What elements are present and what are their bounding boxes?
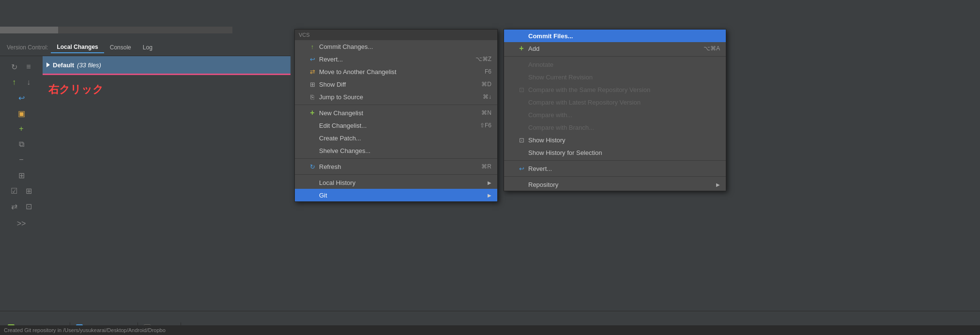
new-changelist-icon: + — [308, 109, 316, 117]
move-icon[interactable]: ⇄ — [7, 199, 21, 213]
menu-item-shelve-changes-label: Shelve Changes... — [319, 147, 370, 154]
repository-icon — [518, 181, 525, 188]
menu-item-repository-label: Repository — [528, 181, 558, 188]
menu-vcs-label: VCS — [299, 32, 310, 38]
tab-console[interactable]: Console — [104, 42, 137, 53]
commit-changes-icon: ↑ — [308, 43, 316, 50]
menu-item-annotate-label: Annotate — [528, 61, 553, 68]
menu-item-create-patch[interactable]: Create Patch... — [295, 132, 497, 144]
compare-latest-icon — [518, 98, 525, 106]
menu-item-show-diff-label: Show Diff — [319, 81, 346, 88]
menu-item-revert[interactable]: ↩ Revert... ⌥⌘Z — [295, 53, 497, 65]
git-separator-2 — [504, 160, 726, 161]
menu-item-commit-changes[interactable]: ↑ Commit Changes... — [295, 40, 497, 53]
repository-arrow-icon: ▶ — [716, 182, 720, 187]
tab-local-changes[interactable]: Local Changes — [51, 42, 104, 53]
menu-item-add[interactable]: + Add ⌥⌘A — [504, 42, 726, 55]
menu-item-compare-latest: Compare with Latest Repository Version — [504, 96, 726, 108]
menu-item-commit-files[interactable]: Commit Files... — [504, 30, 726, 42]
menu-item-show-history[interactable]: ⊡ Show History — [504, 134, 726, 146]
separator-3 — [295, 174, 497, 175]
more-icon[interactable]: >> — [15, 217, 28, 230]
context-menu-vcs: VCS ↑ Commit Changes... ↩ Revert... ⌥⌘Z … — [294, 29, 498, 202]
menu-item-git-revert[interactable]: ↩ Revert... — [504, 162, 726, 175]
menu-item-local-history-label: Local History — [319, 179, 355, 186]
changelist-name: Default — [53, 61, 74, 69]
git-menu-icon — [308, 191, 316, 199]
shelve-icon[interactable]: ▣ — [15, 107, 28, 120]
menu-item-refresh-label: Refresh — [319, 163, 341, 170]
scrollbar-thumb[interactable] — [0, 27, 58, 33]
menu-item-git-label: Git — [319, 192, 327, 199]
menu-item-compare-with: Compare with... — [504, 108, 726, 121]
menu-item-annotate: Annotate — [504, 58, 726, 71]
git-separator-3 — [504, 176, 726, 177]
menu-item-git-revert-label: Revert... — [528, 165, 552, 172]
copy-icon[interactable]: ⧉ — [15, 137, 28, 151]
shelve-changes-icon — [308, 147, 316, 154]
tab-log[interactable]: Log — [137, 42, 158, 53]
menu-item-new-changelist-shortcut: ⌘N — [481, 109, 491, 116]
menu-item-show-history-selection[interactable]: Show History for Selection — [504, 146, 726, 159]
show-history-selection-icon — [518, 149, 525, 156]
menu-item-revert-shortcut: ⌥⌘Z — [475, 56, 491, 62]
pink-divider — [43, 74, 291, 75]
menu-item-refresh-shortcut: ⌘R — [481, 163, 491, 170]
diff-icon[interactable]: ⊞ — [15, 168, 28, 182]
menu-item-create-patch-label: Create Patch... — [319, 135, 361, 142]
menu-item-edit-changelist[interactable]: Edit Changelist... ⇧F6 — [295, 119, 497, 132]
vcs-down-icon[interactable]: ↓ — [22, 76, 35, 89]
compare-with-icon — [518, 111, 525, 119]
menu-item-new-changelist-label: New Changelist — [319, 109, 363, 117]
menu-item-jump-source[interactable]: ⎘ Jump to Source ⌘↓ — [295, 91, 497, 103]
group-icon[interactable]: ≡ — [22, 60, 35, 74]
changelist-count: (33 files) — [77, 61, 101, 69]
show-diff-icon: ⊞ — [308, 80, 316, 88]
menu-item-refresh[interactable]: ↻ Refresh ⌘R — [295, 160, 497, 173]
status-text: Created Git repository in /Users/yusukea… — [4, 327, 166, 333]
add-menu-icon: + — [518, 45, 525, 52]
commit-files-icon — [518, 32, 525, 40]
add-icon[interactable]: + — [15, 122, 28, 136]
show-current-revision-icon — [518, 73, 525, 81]
menu-item-git[interactable]: Git ▶ — [295, 189, 497, 201]
git-revert-icon: ↩ — [518, 165, 525, 172]
check-icon[interactable]: ☑ — [7, 184, 21, 198]
compare-branch-icon — [518, 123, 525, 131]
menu-item-shelve-changes[interactable]: Shelve Changes... — [295, 144, 497, 157]
jump-source-icon: ⎘ — [308, 93, 316, 101]
menu-item-local-history[interactable]: Local History ▶ — [295, 176, 497, 189]
menu-item-compare-same-repo-label: Compare with the Same Repository Version — [528, 86, 650, 93]
menu-item-new-changelist[interactable]: + New Changelist ⌘N — [295, 107, 497, 119]
vcs-up-icon[interactable]: ↑ — [7, 76, 21, 89]
show-history-icon: ⊡ — [518, 136, 525, 144]
menu-item-commit-changes-label: Commit Changes... — [319, 43, 373, 50]
expand-icon[interactable]: ⊞ — [22, 184, 35, 198]
changelist-header[interactable]: Default (33 files) — [43, 56, 291, 74]
annotate-icon — [518, 61, 525, 68]
menu-item-show-current-revision: Show Current Revision — [504, 71, 726, 83]
settings-icon[interactable]: ⊡ — [22, 199, 35, 213]
separator-1 — [295, 105, 497, 105]
menu-item-compare-latest-label: Compare with Latest Repository Version — [528, 99, 641, 106]
menu-item-edit-changelist-label: Edit Changelist... — [319, 122, 367, 129]
compare-same-repo-icon: ⊡ — [518, 86, 525, 93]
menu-item-revert-label: Revert... — [319, 56, 343, 63]
refresh-icon[interactable]: ↻ — [7, 60, 21, 74]
menu-item-show-current-revision-label: Show Current Revision — [528, 74, 593, 81]
menu-item-jump-source-shortcut: ⌘↓ — [483, 93, 491, 100]
menu-item-show-diff[interactable]: ⊞ Show Diff ⌘D — [295, 78, 497, 91]
status-text-bar: Created Git repository in /Users/yusukea… — [0, 325, 980, 335]
menu-item-move-changelist[interactable]: ⇄ Move to Another Changelist F6 — [295, 65, 497, 78]
minus-icon[interactable]: − — [15, 153, 28, 167]
menu-item-repository[interactable]: Repository ▶ — [504, 178, 726, 191]
git-arrow-icon: ▶ — [488, 193, 491, 198]
undo-icon[interactable]: ↩ — [15, 91, 28, 105]
menu-vcs-header: VCS — [295, 30, 497, 40]
scrollbar-top[interactable] — [0, 27, 232, 33]
git-separator-1 — [504, 56, 726, 57]
left-toolbar: ↻ ≡ ↑ ↓ ↩ ▣ + ⧉ − ⊞ ☑ ⊞ ⇄ ⊡ >> — [0, 56, 43, 230]
menu-item-edit-changelist-shortcut: ⇧F6 — [480, 122, 491, 129]
menu-item-show-history-selection-label: Show History for Selection — [528, 149, 602, 156]
expand-triangle-icon — [46, 62, 50, 67]
